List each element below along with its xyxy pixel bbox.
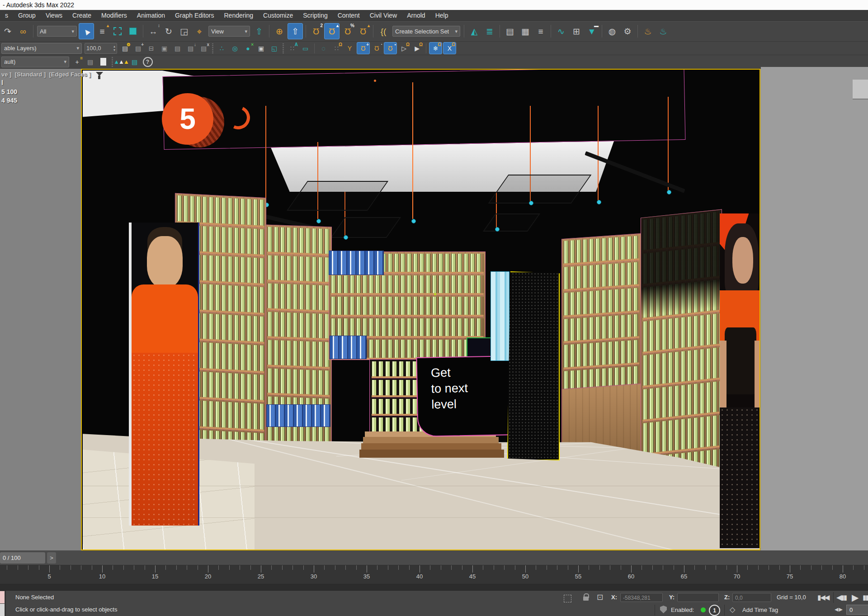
grid-snap-button[interactable]: ∷Ω bbox=[330, 43, 343, 54]
named-selection-sets-dropdown[interactable]: Create Selection Set▾ bbox=[392, 26, 460, 37]
select-and-scale-button[interactable]: ◲ bbox=[177, 24, 191, 39]
menu-item-scripting[interactable]: Scripting bbox=[298, 10, 332, 21]
spinner-snap-button[interactable]: Ω▴ bbox=[356, 24, 370, 39]
mini-listener-white[interactable] bbox=[0, 604, 5, 616]
snap-endpoint-button[interactable]: Ω· bbox=[371, 43, 383, 54]
viewport-display-label[interactable]: [Edged Faces ] bbox=[49, 71, 91, 78]
scale-squares-button[interactable]: ◱ bbox=[268, 43, 280, 54]
select-and-rotate-button[interactable]: ↻ bbox=[161, 24, 176, 39]
blue-crates-left[interactable] bbox=[266, 404, 330, 427]
notes-button[interactable]: ▤ bbox=[128, 56, 141, 67]
select-and-manipulate-button[interactable]: ⊕ bbox=[272, 24, 287, 39]
current-frame-field[interactable]: 0 bbox=[846, 605, 868, 615]
render-setup-button[interactable]: ⚙ bbox=[620, 24, 635, 39]
play-button[interactable]: ▶ bbox=[852, 592, 858, 603]
wishbone-snap-button[interactable]: Y bbox=[344, 43, 356, 54]
schematic-view-button[interactable]: ⊞ bbox=[569, 24, 584, 39]
menu-item-s[interactable]: s bbox=[0, 10, 13, 21]
select-by-name-button[interactable]: ≡▴ bbox=[95, 24, 109, 39]
cyan-panels[interactable] bbox=[491, 271, 509, 361]
measure-button[interactable]: ▭ bbox=[299, 43, 311, 54]
delete-layer-button[interactable]: ⊟ bbox=[145, 43, 157, 54]
snap-normal-button[interactable]: ▷Ω bbox=[398, 43, 410, 54]
layer-list-dropdown[interactable]: able Layers)▾ bbox=[1, 43, 82, 54]
side-viewport[interactable] bbox=[761, 67, 868, 550]
poster-man[interactable] bbox=[129, 223, 199, 526]
x-coordinate-field[interactable]: -58348,281 bbox=[620, 593, 663, 602]
frame-spinner[interactable]: ◀▶ bbox=[835, 607, 843, 612]
menu-item-create[interactable]: Create bbox=[67, 10, 96, 21]
menu-item-group[interactable]: Group bbox=[13, 10, 41, 21]
copy-layer-button[interactable]: ▣ bbox=[158, 43, 170, 54]
menu-item-civil-view[interactable]: Civil View bbox=[365, 10, 402, 21]
display-pillar[interactable] bbox=[507, 271, 560, 460]
previous-frame-button[interactable]: ◀▮▮ bbox=[836, 593, 846, 602]
viewport-shading-label[interactable]: [Standard ] bbox=[15, 71, 46, 78]
align-dots-button[interactable]: ∴ bbox=[216, 43, 228, 54]
menu-item-views[interactable]: Views bbox=[41, 10, 67, 21]
paint-connect-button[interactable]: ▣ bbox=[255, 43, 267, 54]
mini-listener-pink[interactable] bbox=[0, 591, 5, 603]
menu-item-help[interactable]: Help bbox=[430, 10, 453, 21]
link-icon[interactable]: ∞ bbox=[16, 24, 30, 39]
rendered-frame-button[interactable]: ▼▬ bbox=[585, 24, 599, 39]
select-and-move-button[interactable]: ↔↕ bbox=[146, 24, 160, 39]
time-slider-handle[interactable]: 0 / 100 bbox=[0, 552, 45, 564]
poster-woman[interactable] bbox=[720, 213, 760, 548]
grid-letter-button[interactable]: ∷A bbox=[286, 43, 298, 54]
help-button[interactable]: ? bbox=[142, 56, 154, 67]
menu-item-content[interactable]: Content bbox=[333, 10, 365, 21]
mirror-button[interactable]: ◭ bbox=[467, 24, 481, 39]
edit-named-selection-sets-button[interactable]: {( bbox=[376, 24, 391, 39]
blue-boxes-top[interactable] bbox=[329, 251, 384, 275]
window-crossing-button[interactable] bbox=[126, 24, 140, 39]
dashed-circle-button[interactable]: ◌ bbox=[317, 43, 330, 54]
selection-region-button[interactable] bbox=[110, 24, 125, 39]
populate-trees-button[interactable]: ▲▲▲ bbox=[115, 56, 127, 67]
create-layer-button[interactable]: ▤⚙ bbox=[119, 43, 131, 54]
light-frame[interactable] bbox=[330, 217, 401, 238]
transform-value-field[interactable]: 100,0▴▾ bbox=[85, 43, 117, 54]
brand-logo[interactable]: 5 bbox=[162, 93, 213, 145]
white-box-button[interactable] bbox=[97, 56, 109, 67]
snap-midpoint-button[interactable]: Ω▪ bbox=[384, 42, 397, 54]
expand-layer-button[interactable]: ▤x bbox=[198, 43, 210, 54]
snap-face-button[interactable]: ▶Ω bbox=[411, 43, 423, 54]
select-object-button[interactable]: ▲ bbox=[79, 23, 94, 39]
menu-item-modifiers[interactable]: Modifiers bbox=[96, 10, 132, 21]
ref-coord-dropdown[interactable]: View▾ bbox=[208, 26, 250, 37]
align-button[interactable]: ≣ bbox=[482, 24, 497, 39]
track-bar[interactable]: 5101520253035404550556065707580 bbox=[0, 565, 868, 584]
ribbon-toggle[interactable]: ≡ bbox=[533, 24, 548, 39]
redo-icon[interactable]: ↷ bbox=[0, 24, 15, 39]
menu-item-animation[interactable]: Animation bbox=[132, 10, 170, 21]
percent-snap-button[interactable]: Ω% bbox=[340, 24, 355, 39]
snap-freeze-button[interactable]: ❄Ω bbox=[429, 42, 442, 54]
select-and-place-button[interactable]: ⌖ bbox=[192, 24, 207, 39]
add-time-tag-button[interactable]: Add Time Tag bbox=[742, 607, 778, 613]
preset-dropdown[interactable]: ault)▾ bbox=[1, 57, 69, 67]
menu-item-customize[interactable]: Customize bbox=[258, 10, 298, 21]
next-frame-button[interactable]: ▮▮ bbox=[863, 593, 868, 602]
snaps-toggle-button[interactable]: Ω▴ bbox=[324, 23, 340, 39]
shelf-unit-right-b[interactable] bbox=[641, 209, 722, 490]
perspective-viewport[interactable]: 5 bbox=[81, 69, 760, 550]
menu-item-rendering[interactable]: Rendering bbox=[219, 10, 258, 21]
render-production-button[interactable]: ♨ bbox=[641, 24, 655, 39]
keyboard-override-button[interactable]: ⇧ bbox=[288, 23, 303, 39]
add-favorites-button[interactable]: +≡ bbox=[71, 56, 83, 67]
absolute-mode-icon[interactable]: ⊡ bbox=[597, 592, 603, 602]
use-pivot-center-button[interactable]: ⇧ bbox=[252, 24, 266, 39]
snaps-toggle-2d-button[interactable]: Ω2 bbox=[309, 24, 323, 39]
scene-explorer-toggle[interactable]: ▤ bbox=[503, 24, 517, 39]
y-coordinate-field[interactable] bbox=[677, 593, 719, 602]
selection-filter-dropdown[interactable]: All▾ bbox=[37, 26, 77, 37]
shelf-unit-right-a[interactable] bbox=[561, 233, 642, 396]
viewport-filter-icon[interactable] bbox=[96, 72, 103, 76]
sphere-link-button[interactable]: ●× bbox=[242, 43, 254, 54]
material-editor-button[interactable]: ◍ bbox=[605, 24, 619, 39]
layer-list-button[interactable]: ▤ bbox=[171, 43, 184, 54]
layer-explorer-toggle[interactable]: ▦ bbox=[518, 24, 533, 39]
menu-item-arnold[interactable]: Arnold bbox=[402, 10, 430, 21]
light-frame[interactable] bbox=[483, 213, 540, 232]
